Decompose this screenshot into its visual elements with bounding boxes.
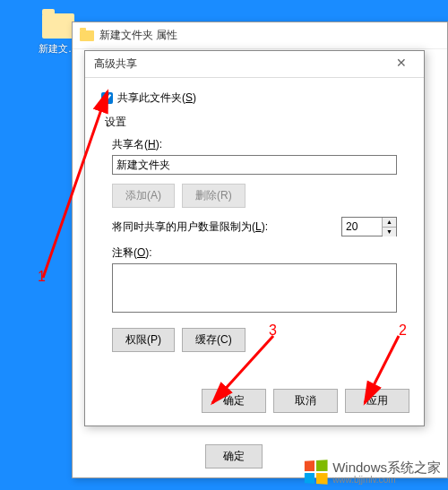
comment-field: 注释(O): (112, 245, 397, 315)
close-icon[interactable]: ✕ (388, 56, 415, 73)
add-remove-row: 添加(A) 删除(R) (112, 184, 397, 208)
watermark: Windows系统之家 www.bjjmlv.com (304, 460, 441, 485)
annotation-number-1: 1 (38, 269, 46, 285)
user-limit-label: 将同时共享的用户数量限制为(L): (112, 219, 268, 235)
comment-label: 注释(O): (112, 245, 397, 261)
advanced-title: 高级共享 (94, 56, 137, 72)
folder-icon (42, 13, 74, 39)
settings-group: 设置 共享名(H): 添加(A) 删除(R) 将同时共享的用户数量限制为(L): (101, 115, 408, 352)
share-name-label: 共享名(H): (112, 137, 397, 152)
share-name-field: 共享名(H): (112, 137, 397, 175)
share-folder-checkbox[interactable] (101, 92, 113, 104)
properties-ok-button[interactable]: 确定 (205, 444, 263, 469)
windows-logo-icon (305, 460, 328, 485)
advanced-sharing-dialog: 高级共享 ✕ 共享此文件夹(S) 设置 共享名(H): 添加(A) 删除(R) (84, 50, 425, 426)
user-limit-spinner[interactable]: ▲ ▼ (341, 217, 397, 236)
advanced-titlebar[interactable]: 高级共享 ✕ (85, 51, 424, 78)
share-name-input[interactable] (112, 155, 397, 175)
user-limit-input[interactable] (342, 218, 382, 236)
spinner-down-icon[interactable]: ▼ (383, 228, 396, 236)
properties-titlebar[interactable]: 新建文件夹 属性 (73, 22, 447, 49)
remove-button[interactable]: 删除(R) (182, 184, 246, 208)
watermark-url: www.bjjmlv.com (332, 475, 441, 485)
watermark-text: Windows系统之家 (332, 460, 441, 475)
share-folder-label[interactable]: 共享此文件夹(S) (117, 90, 196, 106)
cancel-button[interactable]: 取消 (273, 389, 338, 413)
permissions-cache-row: 权限(P) 缓存(C) (112, 328, 397, 352)
apply-button[interactable]: 应用 (345, 389, 409, 413)
annotation-number-3: 3 (269, 322, 277, 339)
folder-icon (80, 30, 94, 41)
annotation-number-2: 2 (399, 322, 407, 339)
cache-button[interactable]: 缓存(C) (182, 328, 246, 352)
dialog-button-row: 确定 取消 应用 (202, 389, 409, 413)
user-limit-row: 将同时共享的用户数量限制为(L): ▲ ▼ (112, 217, 397, 236)
ok-button[interactable]: 确定 (202, 389, 266, 413)
properties-title: 新建文件夹 属性 (99, 28, 177, 43)
settings-label: 设置 (105, 115, 408, 130)
comment-textarea[interactable] (112, 263, 397, 313)
permissions-button[interactable]: 权限(P) (112, 328, 175, 352)
add-button[interactable]: 添加(A) (112, 184, 175, 208)
share-checkbox-row: 共享此文件夹(S) (101, 90, 408, 106)
spinner-up-icon[interactable]: ▲ (383, 218, 396, 228)
